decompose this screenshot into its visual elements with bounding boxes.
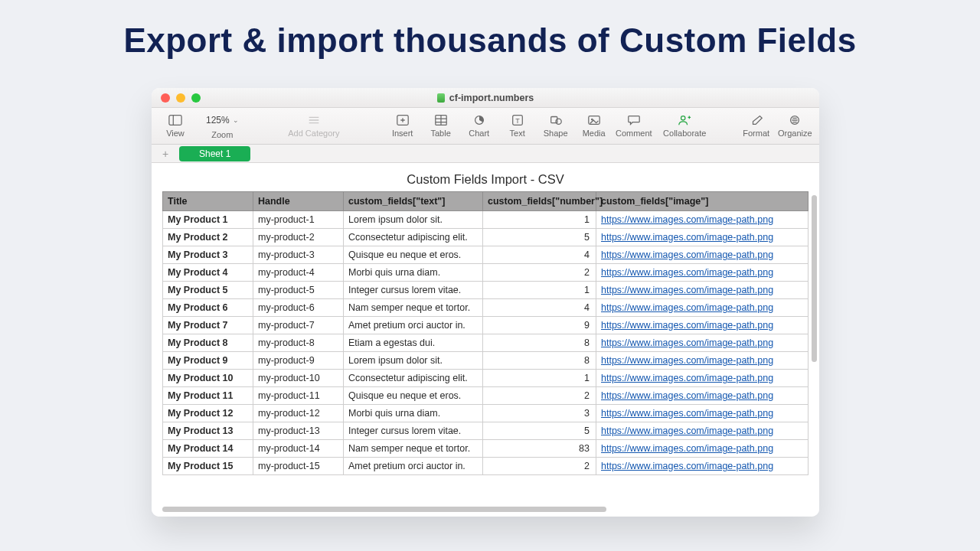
cell-image[interactable]: https://www.images.com/image-path.png <box>596 264 808 282</box>
cell-number[interactable]: 2 <box>483 264 596 282</box>
cell-handle[interactable]: my-product-4 <box>253 264 344 282</box>
horizontal-scrollbar[interactable] <box>162 507 796 512</box>
media-button[interactable]: Media <box>578 114 610 138</box>
data-table[interactable]: Title Handle custom_fields["text"] custo… <box>162 191 808 475</box>
cell-number[interactable]: 8 <box>483 334 596 352</box>
cell-text[interactable]: Integer cursus lorem vitae. <box>344 422 483 440</box>
cell-handle[interactable]: my-product-8 <box>253 334 344 352</box>
collaborate-button[interactable]: Collaborate <box>664 114 706 138</box>
table-row[interactable]: My Product 15my-product-15Amet pretium o… <box>163 458 808 475</box>
zoom-button[interactable]: 125% ⌄ Zoom <box>201 112 244 139</box>
add-category-button[interactable]: Add Category <box>283 114 345 138</box>
insert-button[interactable]: Insert <box>387 114 419 138</box>
cell-image[interactable]: https://www.images.com/image-path.png <box>596 317 808 334</box>
cell-number[interactable]: 4 <box>483 299 596 317</box>
cell-number[interactable]: 8 <box>483 352 596 370</box>
cell-title[interactable]: My Product 1 <box>163 211 253 229</box>
cell-text[interactable]: Lorem ipsum dolor sit. <box>344 211 483 229</box>
cell-number[interactable]: 5 <box>483 422 596 440</box>
cell-title[interactable]: My Product 14 <box>163 440 253 458</box>
cell-handle[interactable]: my-product-5 <box>253 282 344 299</box>
table-row[interactable]: My Product 4my-product-4Morbi quis urna … <box>163 264 808 282</box>
cell-title[interactable]: My Product 13 <box>163 422 253 440</box>
chart-button[interactable]: Chart <box>463 114 495 138</box>
cell-handle[interactable]: my-product-12 <box>253 405 344 422</box>
cell-title[interactable]: My Product 11 <box>163 387 253 405</box>
cell-number[interactable]: 9 <box>483 317 596 334</box>
comment-button[interactable]: Comment <box>616 114 652 138</box>
cell-text[interactable]: Cconsectetur adipiscing elit. <box>344 229 483 246</box>
table-row[interactable]: My Product 8my-product-8Etiam a egestas … <box>163 334 808 352</box>
cell-number[interactable]: 83 <box>483 440 596 458</box>
column-header[interactable]: custom_fields["text"] <box>344 192 483 211</box>
cell-text[interactable]: Morbi quis urna diam. <box>344 405 483 422</box>
shape-button[interactable]: Shape <box>540 114 572 138</box>
cell-number[interactable]: 1 <box>483 282 596 299</box>
cell-number[interactable]: 3 <box>483 405 596 422</box>
table-row[interactable]: My Product 10my-product-10Cconsectetur a… <box>163 370 808 387</box>
text-button[interactable]: T Text <box>501 114 534 138</box>
organize-button[interactable]: Organize <box>779 114 812 138</box>
cell-text[interactable]: Quisque eu neque et eros. <box>344 387 483 405</box>
sheet-tab-1[interactable]: Sheet 1 <box>179 146 250 161</box>
cell-text[interactable]: Quisque eu neque et eros. <box>344 246 483 264</box>
vertical-scrollbar[interactable] <box>812 195 817 494</box>
table-header-row[interactable]: Title Handle custom_fields["text"] custo… <box>163 192 808 211</box>
table-row[interactable]: My Product 6my-product-6Nam semper neque… <box>163 299 808 317</box>
column-header[interactable]: custom_fields["image"] <box>596 192 808 211</box>
table-row[interactable]: My Product 11my-product-11Quisque eu neq… <box>163 387 808 405</box>
cell-image[interactable]: https://www.images.com/image-path.png <box>596 334 808 352</box>
cell-handle[interactable]: my-product-2 <box>253 229 344 246</box>
cell-text[interactable]: Amet pretium orci auctor in. <box>344 458 483 475</box>
cell-image[interactable]: https://www.images.com/image-path.png <box>596 422 808 440</box>
cell-text[interactable]: Amet pretium orci auctor in. <box>344 317 483 334</box>
table-row[interactable]: My Product 5my-product-5Integer cursus l… <box>163 282 808 299</box>
cell-image[interactable]: https://www.images.com/image-path.png <box>596 211 808 229</box>
cell-title[interactable]: My Product 2 <box>163 229 253 246</box>
table-row[interactable]: My Product 9my-product-9Lorem ipsum dolo… <box>163 352 808 370</box>
cell-image[interactable]: https://www.images.com/image-path.png <box>596 352 808 370</box>
cell-handle[interactable]: my-product-10 <box>253 370 344 387</box>
cell-title[interactable]: My Product 6 <box>163 299 253 317</box>
cell-title[interactable]: My Product 7 <box>163 317 253 334</box>
cell-text[interactable]: Nam semper neque et tortor. <box>344 299 483 317</box>
cell-image[interactable]: https://www.images.com/image-path.png <box>596 405 808 422</box>
cell-image[interactable]: https://www.images.com/image-path.png <box>596 229 808 246</box>
cell-handle[interactable]: my-product-14 <box>253 440 344 458</box>
cell-image[interactable]: https://www.images.com/image-path.png <box>596 440 808 458</box>
cell-handle[interactable]: my-product-1 <box>253 211 344 229</box>
cell-handle[interactable]: my-product-3 <box>253 246 344 264</box>
column-header[interactable]: Handle <box>253 192 344 211</box>
cell-handle[interactable]: my-product-15 <box>253 458 344 475</box>
cell-number[interactable]: 5 <box>483 229 596 246</box>
cell-title[interactable]: My Product 3 <box>163 246 253 264</box>
cell-title[interactable]: My Product 8 <box>163 334 253 352</box>
table-row[interactable]: My Product 3my-product-3Quisque eu neque… <box>163 246 808 264</box>
cell-image[interactable]: https://www.images.com/image-path.png <box>596 387 808 405</box>
cell-text[interactable]: Morbi quis urna diam. <box>344 264 483 282</box>
cell-image[interactable]: https://www.images.com/image-path.png <box>596 246 808 264</box>
cell-title[interactable]: My Product 12 <box>163 405 253 422</box>
cell-number[interactable]: 4 <box>483 246 596 264</box>
cell-handle[interactable]: my-product-7 <box>253 317 344 334</box>
table-row[interactable]: My Product 2my-product-2Cconsectetur adi… <box>163 229 808 246</box>
cell-text[interactable]: Nam semper neque et tortor. <box>344 440 483 458</box>
cell-text[interactable]: Cconsectetur adipiscing elit. <box>344 370 483 387</box>
cell-title[interactable]: My Product 10 <box>163 370 253 387</box>
cell-title[interactable]: My Product 4 <box>163 264 253 282</box>
table-row[interactable]: My Product 14my-product-14Nam semper neq… <box>163 440 808 458</box>
table-button[interactable]: Table <box>425 114 457 138</box>
cell-title[interactable]: My Product 15 <box>163 458 253 475</box>
cell-number[interactable]: 2 <box>483 458 596 475</box>
cell-handle[interactable]: my-product-9 <box>253 352 344 370</box>
cell-handle[interactable]: my-product-13 <box>253 422 344 440</box>
view-button[interactable]: View <box>159 114 191 138</box>
format-button[interactable]: Format <box>740 114 773 138</box>
cell-number[interactable]: 2 <box>483 387 596 405</box>
scroll-thumb[interactable] <box>162 507 606 512</box>
cell-title[interactable]: My Product 9 <box>163 352 253 370</box>
table-row[interactable]: My Product 1my-product-1Lorem ipsum dolo… <box>163 211 808 229</box>
cell-image[interactable]: https://www.images.com/image-path.png <box>596 370 808 387</box>
cell-text[interactable]: Etiam a egestas dui. <box>344 334 483 352</box>
cell-image[interactable]: https://www.images.com/image-path.png <box>596 458 808 475</box>
